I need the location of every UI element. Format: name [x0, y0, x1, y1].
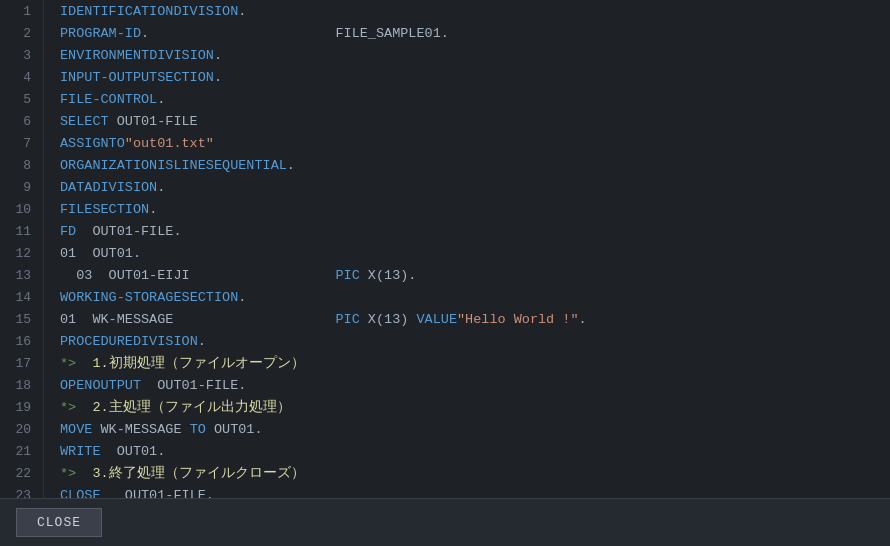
table-row: 21 WRITE OUT01. [0, 440, 890, 462]
line-number: 18 [0, 374, 44, 396]
line-number: 9 [0, 176, 44, 198]
code-content: ASSIGN TO "out01.txt" [44, 132, 890, 154]
table-row: 11FD OUT01-FILE. [0, 220, 890, 242]
code-content: WORKING-STORAGE SECTION. [44, 286, 890, 308]
code-editor: 1IDENTIFICATION DIVISION.2PROGRAM-ID. FI… [0, 0, 890, 546]
table-row: 8 ORGANIZATION IS LINE SEQUENTIAL. [0, 154, 890, 176]
line-number: 21 [0, 440, 44, 462]
table-row: 14WORKING-STORAGE SECTION. [0, 286, 890, 308]
table-row: 9DATA DIVISION. [0, 176, 890, 198]
line-number: 8 [0, 154, 44, 176]
table-row: 7 ASSIGN TO "out01.txt" [0, 132, 890, 154]
line-number: 17 [0, 352, 44, 374]
line-number: 4 [0, 66, 44, 88]
table-row: 10FILE SECTION. [0, 198, 890, 220]
code-content: WRITE OUT01. [44, 440, 890, 462]
table-row: 19*> 2.主処理（ファイル出力処理） [0, 396, 890, 418]
line-number: 14 [0, 286, 44, 308]
code-content: *> 1.初期処理（ファイルオープン） [44, 352, 890, 374]
table-row: 16PROCEDURE DIVISION. [0, 330, 890, 352]
line-number: 13 [0, 264, 44, 286]
code-content: FD OUT01-FILE. [44, 220, 890, 242]
code-content: 03 OUT01-EIJI PIC X(13). [44, 264, 890, 286]
table-row: 17*> 1.初期処理（ファイルオープン） [0, 352, 890, 374]
line-number: 5 [0, 88, 44, 110]
line-number: 3 [0, 44, 44, 66]
table-row: 5FILE-CONTROL. [0, 88, 890, 110]
code-lines: 1IDENTIFICATION DIVISION.2PROGRAM-ID. FI… [0, 0, 890, 528]
code-content: 01 OUT01. [44, 242, 890, 264]
line-number: 2 [0, 22, 44, 44]
table-row: 2PROGRAM-ID. FILE_SAMPLE01. [0, 22, 890, 44]
line-number: 15 [0, 308, 44, 330]
code-content: OPEN OUTPUT OUT01-FILE. [44, 374, 890, 396]
line-number: 12 [0, 242, 44, 264]
close-button[interactable]: CLOSE [16, 508, 102, 537]
line-number: 16 [0, 330, 44, 352]
table-row: 1IDENTIFICATION DIVISION. [0, 0, 890, 22]
table-row: 18 OPEN OUTPUT OUT01-FILE. [0, 374, 890, 396]
line-number: 7 [0, 132, 44, 154]
code-content: *> 2.主処理（ファイル出力処理） [44, 396, 890, 418]
line-number: 11 [0, 220, 44, 242]
code-content: PROCEDURE DIVISION. [44, 330, 890, 352]
table-row: 1501 WK-MESSAGE PIC X(13) VALUE "Hello W… [0, 308, 890, 330]
bottom-bar: CLOSE [0, 498, 890, 546]
table-row: 22*> 3.終了処理（ファイルクローズ） [0, 462, 890, 484]
code-content: 01 WK-MESSAGE PIC X(13) VALUE "Hello Wor… [44, 308, 890, 330]
line-number: 19 [0, 396, 44, 418]
code-content: INPUT-OUTPUT SECTION. [44, 66, 890, 88]
code-content: MOVE WK-MESSAGE TO OUT01. [44, 418, 890, 440]
line-number: 6 [0, 110, 44, 132]
table-row: 1201 OUT01. [0, 242, 890, 264]
table-row: 13 03 OUT01-EIJI PIC X(13). [0, 264, 890, 286]
line-number: 10 [0, 198, 44, 220]
code-content: PROGRAM-ID. FILE_SAMPLE01. [44, 22, 890, 44]
code-content: IDENTIFICATION DIVISION. [44, 0, 890, 22]
code-content: DATA DIVISION. [44, 176, 890, 198]
line-number: 22 [0, 462, 44, 484]
table-row: 20 MOVE WK-MESSAGE TO OUT01. [0, 418, 890, 440]
table-row: 6 SELECT OUT01-FILE [0, 110, 890, 132]
line-number: 20 [0, 418, 44, 440]
code-content: FILE SECTION. [44, 198, 890, 220]
line-number: 1 [0, 0, 44, 22]
table-row: 3ENVIRONMENT DIVISION. [0, 44, 890, 66]
code-content: *> 3.終了処理（ファイルクローズ） [44, 462, 890, 484]
code-content: SELECT OUT01-FILE [44, 110, 890, 132]
table-row: 4INPUT-OUTPUT SECTION. [0, 66, 890, 88]
code-content: ORGANIZATION IS LINE SEQUENTIAL. [44, 154, 890, 176]
code-content: FILE-CONTROL. [44, 88, 890, 110]
code-content: ENVIRONMENT DIVISION. [44, 44, 890, 66]
